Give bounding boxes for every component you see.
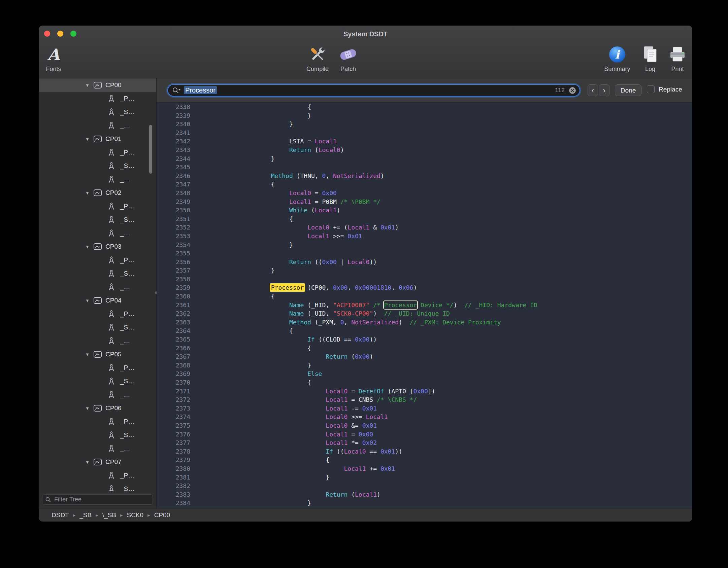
code-line-2384[interactable]: 2384 } xyxy=(157,499,692,507)
code-line-2344[interactable]: 2344 } xyxy=(157,154,692,163)
tree-item-_[interactable]: _… xyxy=(39,119,156,132)
code-line-2353[interactable]: 2353 Local1 >>= 0x01 xyxy=(157,232,692,241)
tree-item-CP00[interactable]: ▼CP00 xyxy=(39,78,156,92)
code-line-2374[interactable]: 2374 Local0 >>= Local1 xyxy=(157,413,692,421)
code-line-2345[interactable]: 2345 xyxy=(157,163,692,172)
tree-item-_S[interactable]: _S… xyxy=(39,482,156,491)
code-line-2372[interactable]: 2372 Local1 = CNBS /* \CNBS */ xyxy=(157,395,692,404)
filter-tree-field[interactable] xyxy=(42,494,153,505)
tree-item-_P[interactable]: _P… xyxy=(39,361,156,375)
tree-item-_S[interactable]: _S… xyxy=(39,267,156,280)
code-line-2371[interactable]: 2371 Local0 = DerefOf (APT0 [0x00]) xyxy=(157,387,692,396)
search-menu-icon[interactable] xyxy=(172,87,181,94)
tree-item-CP05[interactable]: ▼CP05 xyxy=(39,348,156,361)
code-line-2376[interactable]: 2376 Local1 = 0x00 xyxy=(157,430,692,439)
next-match-button[interactable]: › xyxy=(599,84,609,96)
replace-checkbox[interactable] xyxy=(647,85,655,93)
code-line-2366[interactable]: 2366 { xyxy=(157,344,692,353)
tree-item-_[interactable]: _… xyxy=(39,388,156,401)
tree-item-CP07[interactable]: ▼CP07 xyxy=(39,455,156,469)
code-line-2381[interactable]: 2381 } xyxy=(157,473,692,482)
code-line-2368[interactable]: 2368 } xyxy=(157,361,692,370)
find-field[interactable]: Processor 112 xyxy=(167,84,580,97)
toolbar-patch-button[interactable]: Patch xyxy=(323,44,373,73)
tree-item-_P[interactable]: _P… xyxy=(39,469,156,482)
code-line-2364[interactable]: 2364 { xyxy=(157,326,692,335)
code-line-2360[interactable]: 2360 { xyxy=(157,292,692,301)
breadcrumb-item-_SB[interactable]: \_SB xyxy=(102,511,116,519)
breadcrumb-item-SCK0[interactable]: SCK0 xyxy=(127,511,143,519)
code-line-2363[interactable]: 2363 Method (_PXM, 0, NotSerialized) // … xyxy=(157,318,692,327)
tree-item-_[interactable]: _… xyxy=(39,173,156,186)
code-line-2373[interactable]: 2373 Local1 -= 0x01 xyxy=(157,404,692,413)
disclosure-triangle-icon[interactable]: ▼ xyxy=(85,244,93,249)
tree-item-_[interactable]: _… xyxy=(39,442,156,455)
tree-item-_P[interactable]: _P… xyxy=(39,146,156,159)
tree-item-CP03[interactable]: ▼CP03 xyxy=(39,240,156,253)
code-line-2338[interactable]: 2338 { xyxy=(157,103,692,111)
toolbar-print-button[interactable]: Print xyxy=(652,44,692,73)
previous-match-button[interactable]: ‹ xyxy=(588,84,598,96)
find-input[interactable]: Processor xyxy=(184,86,217,94)
disclosure-triangle-icon[interactable]: ▼ xyxy=(85,137,93,142)
code-line-2347[interactable]: 2347 { xyxy=(157,180,692,189)
code-line-2377[interactable]: 2377 Local1 *= 0x02 xyxy=(157,438,692,447)
tree-item-CP06[interactable]: ▼CP06 xyxy=(39,401,156,415)
tree-item-_S[interactable]: _S… xyxy=(39,375,156,388)
sidebar-scrollbar[interactable] xyxy=(149,125,152,174)
disclosure-triangle-icon[interactable]: ▼ xyxy=(85,190,93,196)
code-line-2369[interactable]: 2369 Else xyxy=(157,369,692,378)
filter-tree-input[interactable] xyxy=(54,496,150,503)
tree-item-_[interactable]: _… xyxy=(39,280,156,294)
code-line-2378[interactable]: 2378 If ((Local0 == 0x01)) xyxy=(157,447,692,456)
disclosure-triangle-icon[interactable]: ▼ xyxy=(85,83,93,88)
breadcrumb-item-DSDT[interactable]: DSDT xyxy=(52,511,69,519)
code-line-2350[interactable]: 2350 While (Local1) xyxy=(157,206,692,215)
code-line-2354[interactable]: 2354 } xyxy=(157,241,692,249)
code-line-2370[interactable]: 2370 { xyxy=(157,378,692,387)
disclosure-triangle-icon[interactable]: ▼ xyxy=(85,406,93,411)
code-line-2346[interactable]: 2346 Method (THNU, 0, NotSerialized) xyxy=(157,172,692,180)
disclosure-triangle-icon[interactable]: ▼ xyxy=(85,460,93,465)
breadcrumb-item-_SB[interactable]: _SB xyxy=(79,511,92,519)
code-line-2359[interactable]: 2359 Processor (CP00, 0x00, 0x00001810, … xyxy=(157,283,692,292)
code-line-2367[interactable]: 2367 Return (0x00) xyxy=(157,352,692,361)
tree-item-_S[interactable]: _S… xyxy=(39,105,156,119)
tree-item-_P[interactable]: _P… xyxy=(39,92,156,105)
code-line-2355[interactable]: 2355 xyxy=(157,249,692,258)
code-line-2362[interactable]: 2362 Name (_UID, "SCK0-CP00") // _UID: U… xyxy=(157,309,692,318)
code-line-2382[interactable]: 2382 xyxy=(157,482,692,490)
code-line-2339[interactable]: 2339 } xyxy=(157,111,692,120)
code-line-2341[interactable]: 2341 xyxy=(157,129,692,137)
tree-item-_S[interactable]: _S… xyxy=(39,213,156,226)
code-line-2379[interactable]: 2379 { xyxy=(157,456,692,464)
code-line-2383[interactable]: 2383 Return (Local1) xyxy=(157,490,692,499)
code-line-2375[interactable]: 2375 Local0 &= 0x01 xyxy=(157,421,692,430)
disclosure-triangle-icon[interactable]: ▼ xyxy=(85,298,93,303)
breadcrumb-item-CP00[interactable]: CP00 xyxy=(154,511,170,519)
tree-item-_[interactable]: _… xyxy=(39,334,156,348)
code-line-2349[interactable]: 2349 Local1 = P0BM /* \P0BM */ xyxy=(157,198,692,206)
code-line-2380[interactable]: 2380 Local1 += 0x01 xyxy=(157,464,692,473)
code-editor[interactable]: 2338 {2339 }2340 }23412342 LSTA = Local1… xyxy=(157,103,692,508)
code-line-2356[interactable]: 2356 Return ((0x00 | Local0)) xyxy=(157,258,692,267)
code-line-2361[interactable]: 2361 Name (_HID, "ACPI0007" /* Processor… xyxy=(157,301,692,310)
disclosure-triangle-icon[interactable]: ▼ xyxy=(85,352,93,357)
toolbar-fonts-button[interactable]: A Fonts xyxy=(39,44,79,73)
tree-item-CP04[interactable]: ▼CP04 xyxy=(39,294,156,307)
tree-item-_P[interactable]: _P… xyxy=(39,253,156,267)
tree-item-CP01[interactable]: ▼CP01 xyxy=(39,132,156,146)
clear-search-icon[interactable] xyxy=(569,87,576,94)
tree-item-_[interactable]: _… xyxy=(39,226,156,240)
tree-item-_S[interactable]: _S… xyxy=(39,159,156,173)
done-button[interactable]: Done xyxy=(615,84,641,96)
tree-item-_S[interactable]: _S… xyxy=(39,428,156,442)
code-line-2348[interactable]: 2348 Local0 = 0x00 xyxy=(157,189,692,198)
tree-item-_P[interactable]: _P… xyxy=(39,307,156,321)
code-line-2342[interactable]: 2342 LSTA = Local1 xyxy=(157,137,692,146)
code-line-2343[interactable]: 2343 Return (Local0) xyxy=(157,146,692,154)
code-line-2365[interactable]: 2365 If ((CLOD == 0x00)) xyxy=(157,335,692,344)
tree-item-_P[interactable]: _P… xyxy=(39,415,156,428)
code-line-2352[interactable]: 2352 Local0 += (Local1 & 0x01) xyxy=(157,223,692,232)
tree-item-_S[interactable]: _S… xyxy=(39,321,156,334)
